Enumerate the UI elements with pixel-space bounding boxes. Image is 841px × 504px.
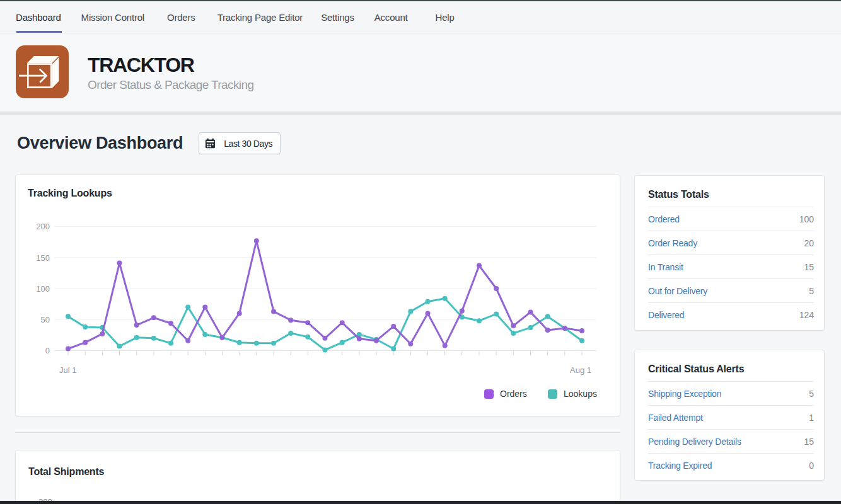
svg-text:Lookups: Lookups [564, 389, 597, 399]
svg-text:50: 50 [41, 315, 50, 324]
svg-text:Orders: Orders [500, 389, 527, 399]
svg-text:200: 200 [36, 222, 50, 231]
svg-text:150: 150 [36, 253, 50, 263]
svg-text:Aug 1: Aug 1 [570, 365, 591, 375]
svg-text:0: 0 [45, 346, 50, 355]
svg-text:Jul 1: Jul 1 [59, 365, 76, 375]
svg-text:100: 100 [36, 284, 50, 294]
